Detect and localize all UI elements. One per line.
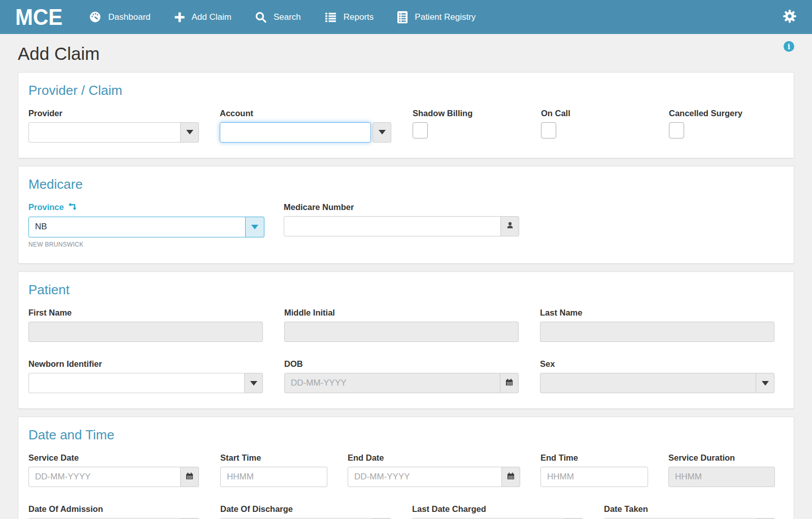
sex-field: Sex [540, 359, 774, 393]
last-name-input [540, 322, 774, 342]
nav-item-patient-registry[interactable]: Patient Registry [397, 11, 476, 24]
dashboard-icon [89, 11, 101, 23]
date-of-discharge-label: Date Of Discharge [220, 504, 391, 514]
page-header: Add Claim i [0, 34, 812, 72]
service-date-label: Service Date [28, 453, 199, 463]
chevron-down-icon [379, 130, 386, 134]
end-date-label: End Date [348, 453, 520, 463]
account-dropdown-button[interactable] [373, 122, 391, 143]
calendar-icon [505, 378, 513, 388]
province-dropdown-button[interactable] [245, 217, 264, 237]
nav-item-label: Add Claim [192, 12, 231, 22]
shadow-billing-label: Shadow Billing [413, 109, 541, 118]
service-duration-label: Service Duration [668, 453, 775, 463]
shadow-billing-field: Shadow Billing [413, 109, 541, 139]
last-date-charged-label: Last Date Charged [412, 504, 583, 514]
province-field: Province NEW BRUNSWICK [28, 202, 264, 248]
app-logo[interactable]: MCE [15, 6, 62, 28]
newborn-identifier-dropdown-button[interactable] [244, 373, 263, 393]
cancelled-surgery-label: Cancelled Surgery [669, 109, 742, 118]
provider-claim-heading: Provider / Claim [28, 83, 784, 98]
nav-item-search[interactable]: Search [255, 11, 301, 23]
service-date-field: Service Date [28, 453, 199, 487]
end-time-label: End Time [540, 453, 648, 463]
dob-calendar-button[interactable] [500, 373, 519, 393]
list-icon [324, 11, 337, 23]
end-date-input[interactable] [348, 467, 502, 487]
service-duration-input [668, 467, 775, 487]
gear-icon [783, 9, 797, 25]
top-navbar: MCE Dashboard Add Claim [0, 0, 812, 34]
medicare-heading: Medicare [28, 177, 784, 192]
date-of-admission-field: Date Of Admission [28, 504, 199, 519]
provider-label: Provider [28, 109, 199, 118]
date-taken-field: Date Taken [604, 504, 775, 519]
date-time-section: Date and Time Service Date [18, 417, 794, 519]
patient-heading: Patient [28, 282, 784, 298]
last-name-field: Last Name [540, 308, 774, 342]
nav-item-add-claim[interactable]: Add Claim [174, 12, 231, 23]
calendar-icon [186, 472, 193, 481]
start-time-label: Start Time [220, 453, 327, 463]
shadow-billing-checkbox[interactable] [413, 122, 428, 139]
service-date-input[interactable] [28, 467, 181, 487]
repeat-icon[interactable] [68, 202, 77, 213]
on-call-label: On Call [541, 109, 669, 118]
patient-section: Patient First Name Middle Initial Last N… [18, 271, 794, 409]
start-time-input[interactable] [220, 467, 327, 487]
first-name-input [28, 322, 263, 342]
medicare-number-field: Medicare Number [284, 202, 519, 236]
middle-initial-input [284, 322, 519, 342]
nav-item-reports[interactable]: Reports [324, 11, 374, 23]
sex-label: Sex [540, 359, 774, 369]
end-time-input[interactable] [540, 467, 648, 487]
service-date-calendar-button[interactable] [180, 467, 199, 487]
end-date-calendar-button[interactable] [501, 467, 520, 487]
province-input[interactable] [28, 217, 246, 237]
date-of-admission-label: Date Of Admission [28, 504, 199, 514]
nav-item-label: Patient Registry [415, 12, 476, 22]
sex-dropdown-button[interactable] [756, 373, 774, 393]
nav-item-dashboard[interactable]: Dashboard [89, 11, 150, 23]
newborn-identifier-input[interactable] [28, 373, 245, 393]
dob-field: DOB [284, 359, 519, 393]
settings-button[interactable] [783, 9, 797, 25]
page-title: Add Claim [18, 44, 99, 64]
last-name-label: Last Name [540, 308, 774, 318]
middle-initial-field: Middle Initial [284, 308, 519, 342]
provider-input[interactable] [28, 122, 181, 143]
cancelled-surgery-checkbox[interactable] [669, 122, 684, 139]
on-call-checkbox[interactable] [541, 122, 556, 139]
on-call-field: On Call [541, 109, 669, 139]
plus-icon [174, 12, 185, 23]
date-of-discharge-field: Date Of Discharge [220, 504, 391, 519]
account-field: Account [220, 109, 391, 143]
last-date-charged-field: Last Date Charged [412, 504, 583, 519]
info-icon[interactable]: i [784, 41, 794, 52]
newborn-identifier-label: Newborn Identifier [28, 359, 263, 369]
dob-label: DOB [284, 359, 519, 369]
registry-icon [397, 11, 408, 24]
first-name-label: First Name [28, 308, 263, 318]
province-description: NEW BRUNSWICK [28, 241, 264, 248]
patient-lookup-button[interactable] [500, 216, 519, 236]
calendar-icon [507, 472, 515, 481]
search-icon [255, 11, 267, 23]
chevron-down-icon [762, 381, 769, 386]
service-duration-field: Service Duration [668, 453, 775, 487]
first-name-field: First Name [28, 308, 263, 342]
newborn-identifier-field: Newborn Identifier [28, 359, 263, 393]
account-input[interactable] [220, 122, 371, 143]
medicare-number-input[interactable] [284, 216, 501, 236]
cancelled-surgery-field: Cancelled Surgery [669, 109, 742, 139]
account-label: Account [220, 109, 391, 118]
province-label: Province [28, 202, 264, 213]
middle-initial-label: Middle Initial [284, 308, 519, 318]
medicare-section: Medicare Province NEW BRUNSWICK [18, 166, 794, 264]
chevron-down-icon [250, 381, 257, 386]
provider-dropdown-button[interactable] [180, 122, 199, 143]
provider-field: Provider [28, 109, 199, 143]
chevron-down-icon [186, 130, 193, 134]
medicare-number-label: Medicare Number [284, 202, 519, 212]
person-icon [506, 221, 514, 231]
